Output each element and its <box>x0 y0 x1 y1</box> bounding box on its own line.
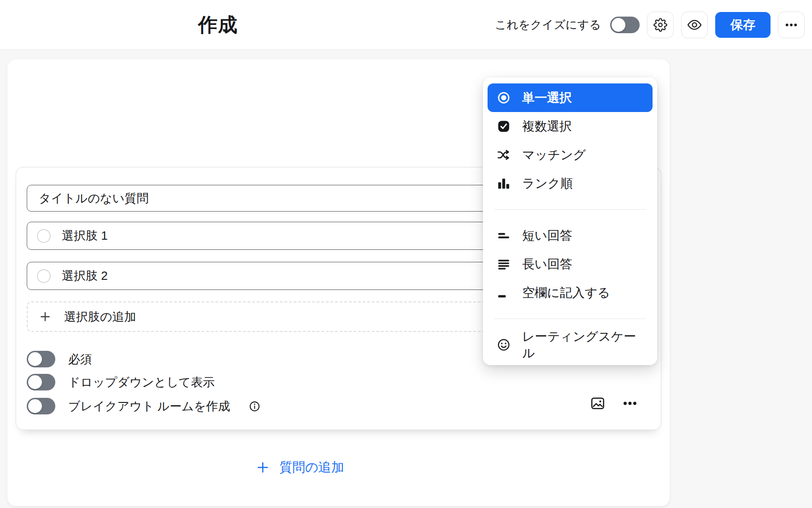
menu-item-label: ランク順 <box>522 175 573 192</box>
question-type-menu: 単一選択 複数選択 マッチング <box>483 77 657 365</box>
menu-item-rank-order[interactable]: ランク順 <box>488 169 653 198</box>
plus-icon <box>256 461 270 474</box>
smiley-icon <box>497 338 511 352</box>
breakout-toggle-row: ブレイクアウト ルームを作成 <box>27 398 261 414</box>
menu-item-fill-blank[interactable]: 空欄に記入する <box>488 278 653 307</box>
radio-icon <box>37 229 51 243</box>
add-image-button[interactable] <box>590 396 606 411</box>
long-answer-icon <box>497 257 511 271</box>
toolbar-actions: これをクイズにする 保存 <box>495 12 805 38</box>
required-label: 必須 <box>68 351 92 367</box>
settings-button[interactable] <box>647 12 674 38</box>
menu-item-single-choice[interactable]: 単一選択 <box>488 83 653 112</box>
radio-icon <box>37 269 51 283</box>
menu-item-label: 短い回答 <box>522 227 572 244</box>
top-toolbar: 作成 これをクイズにする 保存 <box>0 0 812 50</box>
menu-item-label: 空欄に記入する <box>522 284 610 301</box>
choice-label: 選択肢 2 <box>62 268 108 284</box>
menu-item-long-answer[interactable]: 長い回答 <box>488 250 653 278</box>
menu-item-multiple-choice[interactable]: 複数選択 <box>488 112 653 141</box>
menu-item-label: レーティングスケール <box>522 328 643 361</box>
menu-item-label: マッチング <box>522 147 586 163</box>
add-choice-label: 選択肢の追加 <box>64 309 136 325</box>
page-title: 作成 <box>198 12 238 38</box>
required-toggle[interactable] <box>27 351 55 367</box>
add-question-label: 質問の追加 <box>279 459 344 476</box>
checkbox-icon <box>497 119 511 133</box>
dropdown-label: ドロップダウンとして表示 <box>68 374 215 390</box>
menu-item-rating-scale[interactable]: レーティングスケール <box>488 331 653 359</box>
menu-item-matching[interactable]: マッチング <box>488 141 653 169</box>
quiz-toggle[interactable] <box>610 17 640 33</box>
image-icon <box>590 396 606 411</box>
radio-selected-icon <box>497 91 511 105</box>
fill-blank-icon <box>497 286 511 300</box>
ellipsis-icon <box>784 18 798 32</box>
info-icon[interactable] <box>248 400 261 413</box>
menu-item-label: 長い回答 <box>522 256 572 272</box>
menu-divider <box>494 319 646 319</box>
dropdown-toggle[interactable] <box>27 374 55 390</box>
more-button[interactable] <box>778 12 805 38</box>
quiz-toggle-label: これをクイズにする <box>495 17 601 32</box>
save-button[interactable]: 保存 <box>715 12 771 38</box>
ellipsis-icon <box>622 396 638 411</box>
short-answer-icon <box>497 229 511 242</box>
gear-icon <box>653 18 667 32</box>
plus-icon <box>39 310 52 323</box>
preview-button[interactable] <box>681 12 708 38</box>
required-toggle-row: 必須 <box>27 351 92 367</box>
menu-divider <box>494 209 646 210</box>
menu-item-label: 複数選択 <box>522 118 572 135</box>
question-more-button[interactable] <box>622 396 638 411</box>
add-question-button[interactable]: 質問の追加 <box>256 459 344 476</box>
menu-item-label: 単一選択 <box>522 89 572 106</box>
bar-chart-icon <box>497 177 511 190</box>
question-footer-actions <box>590 396 638 411</box>
menu-item-short-answer[interactable]: 短い回答 <box>488 221 653 250</box>
breakout-toggle[interactable] <box>27 398 55 414</box>
dropdown-toggle-row: ドロップダウンとして表示 <box>27 374 215 390</box>
shuffle-icon <box>497 148 511 162</box>
breakout-label: ブレイクアウト ルームを作成 <box>68 398 230 414</box>
eye-icon <box>687 18 702 32</box>
choice-label: 選択肢 1 <box>62 228 108 244</box>
